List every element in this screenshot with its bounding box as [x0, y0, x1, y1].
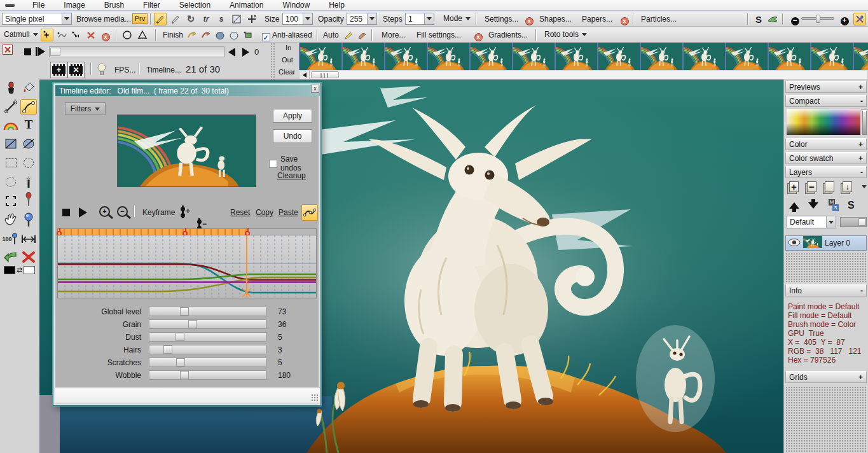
wobble-slider[interactable] [149, 370, 266, 380]
duplicate-layer-button[interactable] [825, 181, 834, 192]
move-layer-up-button[interactable] [789, 202, 799, 209]
menu-animation[interactable]: Animation [228, 1, 265, 10]
fill-settings-close-icon[interactable]: x [472, 31, 485, 43]
undo-button[interactable]: Undo [273, 129, 312, 143]
smear-icon[interactable]: s [215, 13, 228, 25]
timeline-button[interactable]: Timeline... [146, 66, 181, 74]
menu-filter[interactable]: Filter [142, 1, 162, 10]
solo-layer-icon[interactable]: S [848, 200, 855, 211]
magic-wand-tool-icon[interactable] [20, 174, 37, 190]
gradient-tool-icon[interactable] [3, 118, 19, 134]
reset-link[interactable]: Reset [230, 208, 250, 217]
menu-help[interactable]: Help [327, 1, 346, 10]
remove-layer-button[interactable]: − [807, 181, 816, 192]
brush-mode-icon[interactable] [853, 13, 866, 25]
ellipse-select-tool-icon[interactable] [20, 155, 37, 171]
opacity-select[interactable]: 255 [347, 13, 377, 25]
crosshair-icon[interactable] [245, 13, 258, 25]
filmstrip-frame[interactable] [725, 43, 768, 70]
scroll-left-icon[interactable] [300, 71, 310, 79]
menu-brush[interactable]: Brush [103, 1, 125, 10]
antialiased-checkbox[interactable]: ✓ [259, 31, 272, 43]
primary-color-swatch[interactable] [4, 266, 15, 274]
lasso-tool-icon[interactable] [3, 174, 19, 190]
move-point-icon[interactable] [70, 29, 83, 41]
more-button[interactable]: More... [382, 31, 405, 39]
zoom-out-timeline-icon[interactable]: − [117, 206, 128, 217]
stop-button[interactable] [62, 209, 70, 216]
layer-row[interactable]: Layer 0 [785, 235, 867, 251]
settings-close-icon[interactable]: x [523, 15, 535, 27]
compact-header[interactable]: Compact- [785, 95, 867, 107]
line-tool-icon[interactable] [3, 99, 19, 115]
papers-close-icon[interactable]: x [618, 15, 631, 27]
filmstrip-frame[interactable] [597, 43, 640, 70]
filmstrip-frame[interactable] [853, 43, 868, 70]
fill-white-icon[interactable] [228, 29, 240, 41]
transform-icon[interactable]: tr [200, 13, 212, 25]
scrollbar-thumb[interactable] [311, 71, 339, 78]
zoom-in-button[interactable]: + [838, 15, 851, 27]
dialog-title-bar[interactable]: Timeline editor: Old film... ( frame 22 … [55, 85, 320, 96]
merge-down-button[interactable]: ↓ [843, 181, 852, 192]
lightbulb-icon[interactable] [97, 62, 107, 78]
filmstrip-frame[interactable] [682, 43, 725, 70]
roto-tools-dropdown[interactable]: Roto tools [544, 30, 587, 39]
filled-ellipse-tool-icon[interactable] [20, 136, 37, 151]
move-layer-down-button[interactable] [808, 202, 818, 209]
menu-image[interactable]: Image [62, 1, 86, 10]
brush-type-select[interactable]: Single pixel [2, 13, 72, 25]
fill-settings-button[interactable]: Fill settings... [417, 31, 461, 39]
timeline-scrubber[interactable] [49, 46, 224, 57]
curve-mode-icon[interactable] [301, 204, 318, 221]
add-keyframe-icon[interactable]: + [181, 206, 189, 218]
resize-grip[interactable] [311, 394, 319, 401]
pan-hand-tool-icon[interactable] [3, 213, 19, 228]
delete-x-icon[interactable] [20, 249, 37, 265]
close-spline-icon[interactable]: x [99, 31, 112, 43]
swap-colors-icon[interactable]: ⇄ [17, 266, 22, 274]
edit-curve-icon[interactable] [56, 29, 69, 41]
size-select[interactable]: 100 [282, 13, 313, 25]
clear-button[interactable]: Clear [279, 68, 295, 76]
filmstrip-frame[interactable] [469, 43, 512, 70]
save-undos-checkbox[interactable] [269, 160, 277, 168]
parameter-curve-editor[interactable] [57, 235, 317, 298]
secondary-color-swatch[interactable] [24, 266, 35, 274]
filmstrip-scrollbar[interactable] [299, 70, 868, 80]
frame-icon[interactable] [230, 13, 243, 25]
frame-select-tool-icon[interactable] [3, 193, 19, 209]
zoom-100-tool-icon[interactable]: 100 [1, 232, 18, 247]
dialog-close-icon[interactable]: x [311, 85, 319, 93]
fill-blue-icon[interactable] [214, 29, 226, 41]
color-picker-tool-icon[interactable] [20, 192, 37, 207]
circle-shape-icon[interactable] [121, 29, 134, 41]
steps-select[interactable]: 1 [405, 13, 434, 25]
step-play-button[interactable] [36, 47, 45, 56]
mask-badge-icon[interactable]: M s [827, 199, 839, 212]
layer-opacity-slider[interactable] [840, 217, 867, 227]
zoom-out-button[interactable]: − [789, 15, 801, 27]
add-point-icon[interactable]: + [41, 29, 53, 41]
dust-slider[interactable] [149, 332, 266, 342]
previews-header[interactable]: Previews+ [785, 81, 867, 93]
mode-dropdown[interactable]: Mode [443, 14, 471, 23]
magnify-tool-icon[interactable] [20, 213, 37, 228]
shapes-button[interactable]: Shapes... [539, 15, 572, 24]
brush-tool-icon[interactable] [19, 62, 36, 78]
s-curve-icon[interactable]: S [752, 13, 765, 25]
zoom-in-timeline-icon[interactable]: + [99, 206, 110, 217]
apply-button[interactable]: Apply [273, 109, 312, 123]
settings-button[interactable]: Settings... [485, 15, 518, 24]
stop-button[interactable] [24, 48, 31, 55]
auto-stroke-red-icon[interactable] [356, 29, 369, 41]
menu-window[interactable]: Window [281, 1, 311, 10]
color-swatch-header[interactable]: Color swatch+ [785, 152, 867, 164]
add-layer-button[interactable]: + [789, 181, 799, 192]
fill-tool-icon[interactable] [20, 80, 37, 95]
filmstrip-frame[interactable] [384, 43, 427, 70]
filmstrip-frame[interactable] [768, 43, 810, 70]
layer-actions-dropdown-icon[interactable] [862, 185, 867, 188]
fill-rect-icon[interactable] [242, 29, 254, 41]
text-tool-icon[interactable]: T [20, 117, 37, 132]
